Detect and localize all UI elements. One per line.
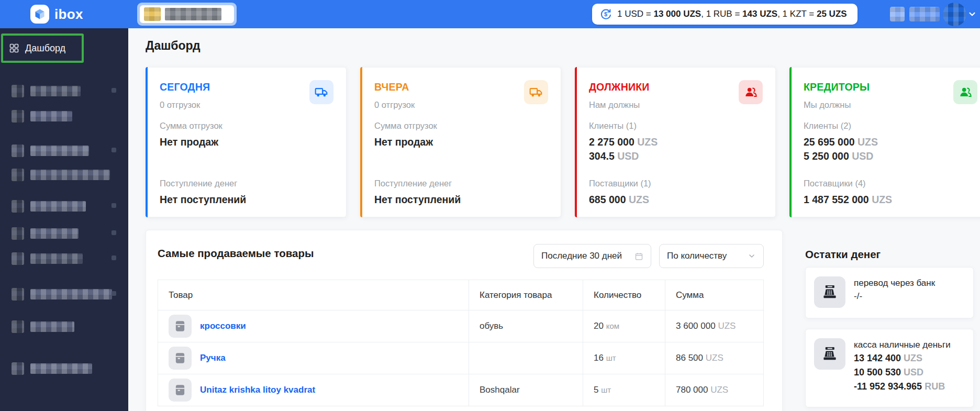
svg-text:$: $ — [604, 11, 607, 17]
quantity-cell: 5 шт — [583, 374, 665, 406]
menu-badge — [112, 88, 116, 93]
dashboard-grid-icon — [9, 43, 19, 53]
censored-username — [909, 7, 940, 21]
best-sellers-panel: Самые продаваемые товары Последние 30 дн… — [146, 230, 783, 411]
balances-title: Остатки денег — [805, 248, 881, 261]
section-label: Поступление денег — [160, 179, 331, 188]
truck-icon — [309, 80, 333, 104]
category-cell — [469, 342, 583, 374]
section-label: Клиенты (2) — [804, 121, 975, 131]
truck-icon — [524, 80, 548, 104]
censored-menu-item[interactable] — [12, 110, 116, 123]
product-link[interactable]: Unitaz krishka litoy kvadrat — [200, 385, 315, 395]
stat-card-creditors: КРЕДИТОРЫ Мы должны Клиенты (2) 25 695 0… — [789, 67, 980, 217]
account-name: перевод через банк — [854, 276, 935, 290]
account-empty-value: -/- — [854, 290, 935, 303]
menu-badge — [112, 230, 116, 235]
card-title: СЕГОДНЯ — [160, 81, 331, 93]
main-content: Дашборд СЕГОДНЯ 0 отгрузок Сумма отгрузо… — [128, 28, 980, 411]
censored-menu-item[interactable] — [12, 227, 116, 240]
balance-card-bank: перевод через банк -/- — [805, 267, 974, 318]
col-sum: Сумма — [665, 280, 764, 310]
menu-badge — [112, 256, 116, 260]
stat-card-yesterday: ВЧЕРА 0 отгрузок Сумма отгрузок Нет прод… — [360, 67, 561, 217]
card-subtitle: 0 отгрузок — [160, 100, 331, 110]
section-label: Поставщики (4) — [804, 179, 975, 188]
category-cell: обувь — [469, 310, 583, 342]
stat-cards-row: СЕГОДНЯ 0 отгрузок Сумма отгрузок Нет пр… — [146, 67, 980, 217]
censored-menu-item[interactable] — [12, 145, 116, 157]
product-link[interactable]: Ручка — [200, 353, 226, 363]
product-cell: Unitaz krishka litoy kvadrat — [158, 374, 469, 406]
censored-workspace-button[interactable] — [137, 3, 237, 26]
menu-badge — [112, 291, 116, 296]
product-cell: кроссовки — [158, 310, 469, 342]
category-cell: Boshqalar — [469, 374, 583, 406]
account-name: касса наличные деньги — [854, 338, 951, 351]
brand-logo[interactable]: ibox — [30, 5, 83, 24]
brand-name: ibox — [54, 6, 83, 23]
calendar-icon — [634, 252, 643, 261]
card-subtitle: Нам должны — [589, 100, 761, 110]
menu-badge — [112, 203, 116, 208]
sum-cell: 780 000 UZS — [665, 374, 764, 406]
table-row[interactable]: Unitaz krishka litoy kvadrat Boshqalar 5… — [158, 374, 764, 406]
censored-menu-item[interactable] — [12, 85, 116, 97]
chevron-down-icon — [748, 252, 756, 260]
card-subtitle: Мы должны — [804, 100, 975, 110]
censored-menu-item[interactable] — [12, 200, 116, 213]
quantity-cell: 20 ком — [583, 310, 665, 342]
sidebar-item-dashboard[interactable]: Дашборд — [1, 34, 84, 63]
account-amount: 10 500 530 USD — [854, 365, 951, 380]
product-box-icon — [169, 379, 192, 402]
section-label: Клиенты (1) — [589, 121, 761, 131]
product-cell: Ручка — [158, 342, 469, 374]
card-title: ДОЛЖНИКИ — [589, 81, 761, 93]
currency-refresh-icon[interactable]: $ — [599, 8, 612, 21]
avatar[interactable] — [943, 3, 966, 26]
table-row[interactable]: Ручка 16 шт 86 500 UZS — [158, 342, 764, 374]
card-title: КРЕДИТОРЫ — [804, 81, 975, 93]
card-title: ВЧЕРА — [374, 81, 546, 93]
censored-icon — [144, 7, 161, 21]
censored-menu-item[interactable] — [12, 169, 116, 181]
page-title: Дашборд — [146, 39, 201, 53]
sort-select[interactable]: По количеству — [659, 244, 764, 268]
quantity-cell: 16 шт — [583, 342, 665, 374]
censored-text — [165, 8, 221, 20]
exchange-rate-bar: $ 1 USD = 13 000 UZS, 1 RUB = 143 UZS, 1… — [592, 4, 858, 25]
menu-badge — [112, 148, 116, 152]
product-link[interactable]: кроссовки — [200, 321, 246, 331]
censored-menu-item[interactable] — [12, 288, 116, 301]
stat-card-today: СЕГОДНЯ 0 отгрузок Сумма отгрузок Нет пр… — [146, 67, 347, 217]
panel-title: Самые продаваемые товары — [158, 247, 314, 260]
section-label: Поставщики (1) — [589, 179, 761, 188]
product-box-icon — [169, 347, 192, 370]
col-product: Товар — [158, 280, 469, 310]
sidebar: Дашборд — [0, 28, 128, 411]
section-label: Сумма отгрузок — [160, 121, 331, 131]
section-label: Поступление денег — [374, 179, 546, 188]
chevron-down-icon[interactable] — [967, 9, 977, 21]
sidebar-item-label: Дашборд — [25, 43, 65, 54]
censored-menu-item[interactable] — [12, 252, 116, 265]
card-subtitle: 0 отгрузок — [374, 100, 546, 110]
censored-header-icon — [890, 7, 905, 21]
censored-menu-item[interactable] — [12, 320, 116, 333]
cash-register-icon — [814, 276, 845, 308]
date-range-button[interactable]: Последние 30 дней — [533, 244, 651, 268]
team-icon — [953, 80, 977, 104]
col-category: Категория товара — [469, 280, 583, 310]
stat-card-debtors: ДОЛЖНИКИ Нам должны Клиенты (1) 2 275 00… — [575, 67, 776, 217]
ibox-cube-icon — [30, 5, 49, 24]
account-amount: -11 952 934.965 RUB — [854, 380, 951, 394]
product-box-icon — [169, 315, 192, 338]
section-label: Сумма отгрузок — [374, 121, 546, 131]
best-sellers-table: Товар Категория товара Количество Сумма … — [158, 280, 764, 406]
sum-cell: 86 500 UZS — [665, 342, 764, 374]
censored-menu-item[interactable] — [12, 362, 116, 375]
account-amount: 13 142 400 UZS — [854, 351, 951, 365]
table-row[interactable]: кроссовки обувь 20 ком 3 600 000 UZS — [158, 310, 764, 342]
exchange-rates-text: 1 USD = 13 000 UZS, 1 RUB = 143 UZS, 1 K… — [617, 9, 847, 19]
sum-cell: 3 600 000 UZS — [665, 310, 764, 342]
